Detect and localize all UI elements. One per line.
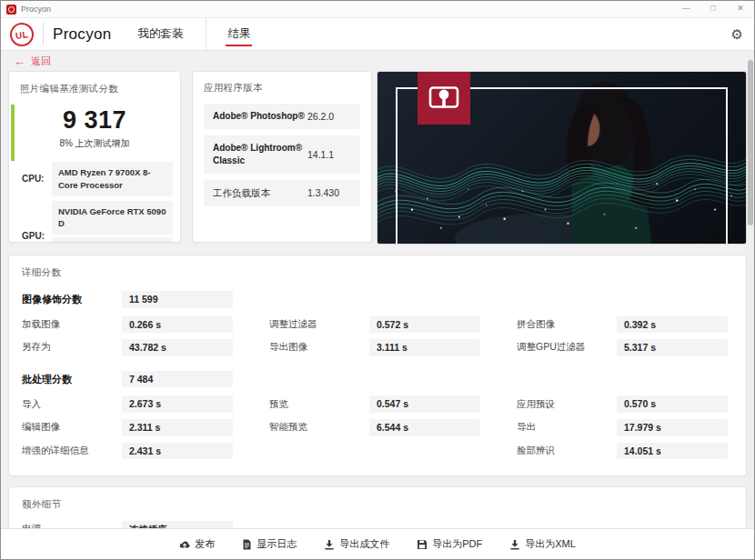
person-silhouette <box>455 82 652 244</box>
close-button[interactable]: ✕ <box>727 1 754 17</box>
metric-label: 脸部辨识 <box>517 445 617 457</box>
metric-cell: 调整GPU过滤器 5.317 s <box>517 339 728 356</box>
metric-cell: 拼合图像 0.392 s <box>517 316 728 334</box>
metric-value: 6.544 s <box>369 419 480 436</box>
extra-details-title: 额外细节 <box>22 498 728 511</box>
metric-label: 调整过滤器 <box>269 318 369 331</box>
cpu-row: CPU: AMD Ryzen 7 9700X 8-Core Processor <box>9 162 180 196</box>
metric-label: 增强的详细信息 <box>22 445 122 457</box>
photo-benchmark-badge-icon <box>428 85 459 112</box>
metric-value: 0.547 s <box>369 395 480 413</box>
metric-value: 5.317 s <box>617 339 728 356</box>
benchmark-score-title: 照片编辑基准测试分数 <box>9 72 180 95</box>
metric-cell: 导出图像 3.111 s <box>269 339 480 356</box>
metric-label: 导出图像 <box>269 341 369 354</box>
metric-value: 2.673 s <box>122 395 233 413</box>
gpu-value-2: AMD Radeon(TM) Graphics <box>52 237 173 243</box>
metric-label: 图像修饰分数 <box>22 293 122 306</box>
app-version: 26.2.0 <box>307 111 334 122</box>
metric-label: 智能预览 <box>269 421 369 434</box>
metric-label: 预览 <box>269 398 369 411</box>
gpu-label: GPU: <box>22 201 52 243</box>
version-row-workload: 工作负载版本 1.3.430 <box>204 180 360 206</box>
scrollbar-thumb[interactable] <box>748 60 753 225</box>
download-icon <box>324 539 335 550</box>
detailed-scores-panel: 详细分数 图像修饰分数 11 599 加载图像 0.266 s 调整过滤器 0.… <box>8 255 747 476</box>
tab-divider <box>206 18 206 50</box>
metric-label: 应用预设 <box>517 398 617 411</box>
window-title: Procyon <box>21 5 51 14</box>
metric-label: 拼合图像 <box>517 318 617 331</box>
metric-label: 批处理分数 <box>22 373 122 386</box>
vertical-scrollbar[interactable] <box>747 53 754 522</box>
version-row-photoshop: Adobe® Photoshop® 26.2.0 <box>204 104 360 129</box>
app-name: Adobe® Lightroom® Classic <box>213 142 307 167</box>
app-name: Adobe® Photoshop® <box>213 110 307 123</box>
back-link[interactable]: ← 返回 <box>8 51 747 71</box>
metric-cell: 导出 17.979 s <box>517 419 728 436</box>
results-content: ← 返回 照片编辑基准测试分数 9 317 8% 上次测试增加 CPU: AMD… <box>1 51 754 528</box>
metric-label: 编辑图像 <box>22 421 122 434</box>
metric-cell: 预览 0.547 s <box>269 395 480 413</box>
metric-label: 调整GPU过滤器 <box>517 341 617 354</box>
retouch-score-cell: 图像修饰分数 11 599 <box>22 291 233 308</box>
export-file-button[interactable]: 导出成文件 <box>324 537 389 551</box>
metric-value: 17.979 s <box>617 419 728 436</box>
download-icon <box>509 539 520 550</box>
metric-cell: 调整过滤器 0.572 s <box>269 316 480 334</box>
maximize-button[interactable]: □ <box>700 1 727 17</box>
export-pdf-button[interactable]: 导出为PDF <box>417 537 482 551</box>
export-xml-button[interactable]: 导出为XML <box>509 537 576 551</box>
back-arrow-icon: ← <box>14 55 25 67</box>
metric-value: 2.311 s <box>122 419 233 436</box>
app-version: 1.3.430 <box>307 187 339 198</box>
back-label: 返回 <box>31 55 51 68</box>
export-pdf-label: 导出为PDF <box>432 537 482 551</box>
detailed-scores-title: 详细分数 <box>22 266 728 279</box>
batch-score-cell: 批处理分数 7 484 <box>22 371 233 388</box>
header-divider <box>43 23 44 45</box>
export-file-label: 导出成文件 <box>339 537 389 551</box>
metric-value: 7 484 <box>122 371 233 388</box>
publish-button[interactable]: 发布 <box>179 537 215 551</box>
os-titlebar: Procyon — □ ✕ <box>1 1 754 18</box>
gpu-row: GPU: NVIDIA GeForce RTX 5090 D AMD Radeo… <box>9 201 180 243</box>
photo-benchmark-badge <box>418 72 470 125</box>
benchmark-score-panel: 照片编辑基准测试分数 9 317 8% 上次测试增加 CPU: AMD Ryze… <box>8 71 181 243</box>
metric-cell: 脸部辨识 14.051 s <box>517 443 728 460</box>
minimize-button[interactable]: — <box>672 1 700 17</box>
cpu-value: AMD Ryzen 7 9700X 8-Core Processor <box>52 162 173 196</box>
show-log-label: 显示日志 <box>257 537 297 551</box>
metric-value: 0.392 s <box>617 316 728 334</box>
metric-label: 导入 <box>22 398 122 411</box>
metric-value: 0.266 s <box>122 316 233 334</box>
metric-value: 3.111 s <box>369 339 480 356</box>
metric-value: 14.051 s <box>617 443 728 460</box>
metric-label: 另存为 <box>22 341 122 354</box>
cpu-label: CPU: <box>22 162 52 196</box>
benchmark-hero-image <box>377 71 747 245</box>
app-version: 14.1.1 <box>307 149 334 160</box>
app-name: 工作负载版本 <box>213 186 307 200</box>
metric-cell: 加载图像 0.266 s <box>22 316 233 334</box>
app-versions-title: 应用程序版本 <box>204 82 360 95</box>
score-delta-text: 8% 上次测试增加 <box>9 137 180 150</box>
metric-cell: 增强的详细信息 2.431 s <box>22 443 233 460</box>
tab-my-suites[interactable]: 我的套装 <box>135 18 186 50</box>
metric-label: 导出 <box>517 421 617 434</box>
cloud-upload-icon <box>179 539 190 550</box>
show-log-button[interactable]: 显示日志 <box>242 537 297 551</box>
version-row-lightroom: Adobe® Lightroom® Classic 14.1.1 <box>204 135 360 174</box>
ul-logo-icon: UL <box>8 21 35 47</box>
metric-value: 2.431 s <box>122 443 233 460</box>
settings-gear-icon[interactable]: ⚙ <box>731 27 743 41</box>
tab-results[interactable]: 结果 <box>225 18 253 50</box>
overall-score: 9 317 <box>9 106 180 135</box>
metric-value: 0.570 s <box>617 395 728 413</box>
metric-cell: 应用预设 0.570 s <box>517 395 728 413</box>
brand-title: Procyon <box>53 25 111 44</box>
extra-details-panel: 额外细节 电源 连接插座 功耗模式 N/A <box>8 486 747 528</box>
footer-action-bar: 发布 显示日志 导出成文件 导出为PDF <box>1 528 754 559</box>
save-disk-icon <box>417 539 428 550</box>
app-icon <box>6 5 16 15</box>
